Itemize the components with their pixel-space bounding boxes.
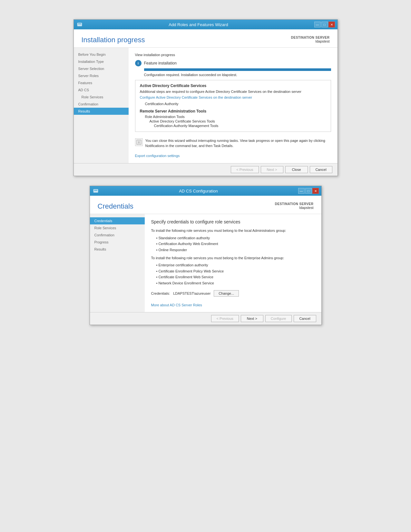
bullet-ca-web-enrollment: Certification Authority Web Enrollment bbox=[151, 241, 315, 247]
destination-server2-label: DESTINATION SERVER bbox=[275, 202, 314, 206]
window1-footer: < Previous Next > Close Cancel bbox=[74, 163, 338, 176]
destination-server-name: ldapstest bbox=[291, 39, 330, 43]
window1-header: Installation progress DESTINATION SERVER… bbox=[74, 29, 338, 47]
bullet-online-responder: Online Responder bbox=[151, 247, 315, 253]
local-admin-desc: To install the following role services y… bbox=[151, 228, 315, 233]
window1-title: Add Roles and Features Wizard bbox=[83, 22, 314, 27]
sidebar-item-server-selection: Server Selection bbox=[74, 65, 129, 72]
sidebar2-confirmation: Confirmation bbox=[90, 232, 145, 239]
adcs-config-window: AD CS Configuration — □ ✕ Credentials DE… bbox=[90, 186, 322, 325]
bullet-network-device: Network Device Enrollment Service bbox=[151, 281, 315, 286]
window2-header: Credentials DESTINATION SERVER ldapstest bbox=[90, 196, 321, 214]
config-success-text: Configuration required. Installation suc… bbox=[144, 73, 331, 77]
cancel-button[interactable]: Cancel bbox=[310, 166, 332, 173]
destination-server2-block: DESTINATION SERVER ldapstest bbox=[275, 202, 314, 210]
notification-icon: i bbox=[135, 138, 143, 146]
destination-server-label: DESTINATION SERVER bbox=[291, 36, 330, 39]
sidebar2-role-services: Role Services bbox=[90, 224, 145, 232]
ca-mgmt-tools-item: Certification Authority Management Tools bbox=[140, 124, 326, 128]
svg-rect-0 bbox=[77, 23, 82, 26]
previous2-button[interactable]: < Previous bbox=[211, 315, 239, 322]
configure-button[interactable]: Configure bbox=[265, 315, 292, 322]
page-title: Installation progress bbox=[82, 36, 145, 44]
wizard-icon bbox=[76, 21, 83, 28]
window2-sidebar: Credentials Role Services Confirmation P… bbox=[90, 214, 145, 312]
sidebar-item-adcs: AD CS bbox=[74, 86, 129, 94]
sidebar2-credentials[interactable]: Credentials bbox=[90, 217, 145, 224]
sidebar2-results: Results bbox=[90, 246, 145, 253]
section-subtitle: Specify credentials to configure role se… bbox=[151, 219, 315, 224]
results-box: Active Directory Certificate Services Ad… bbox=[135, 80, 331, 132]
sidebar-item-confirmation: Confirmation bbox=[74, 101, 129, 108]
window1-content: Before You Begin Installation Type Serve… bbox=[74, 47, 338, 163]
window2-titlebar: AD CS Configuration — □ ✕ bbox=[90, 186, 321, 196]
maximize2-button[interactable]: □ bbox=[305, 188, 312, 194]
titlebar-controls: — □ ✕ bbox=[314, 22, 335, 27]
next-button[interactable]: Next > bbox=[261, 166, 283, 173]
window1-main: View installation progress i Feature ins… bbox=[129, 48, 338, 163]
feature-installation-text: Feature installation bbox=[144, 61, 177, 65]
role-admin-tools-item: Role Administration Tools bbox=[140, 115, 326, 119]
sidebar-item-results[interactable]: Results bbox=[74, 108, 129, 115]
titlebar-left bbox=[76, 21, 83, 28]
bullet-cert-enrollment-web: Certificate Enrollment Web Service bbox=[151, 274, 315, 280]
svg-rect-5 bbox=[94, 190, 97, 191]
configure-adcs-link[interactable]: Configure Active Directory Certificate S… bbox=[140, 95, 326, 99]
bullet-enterprise-ca: Enterprise certification authority bbox=[151, 262, 315, 268]
window2-title: AD CS Configuration bbox=[99, 189, 298, 193]
wizard2-icon bbox=[93, 188, 99, 194]
progress-bar-container bbox=[144, 68, 331, 71]
add-roles-wizard-window: Add Roles and Features Wizard — □ ✕ Inst… bbox=[73, 19, 338, 176]
sidebar-item-server-roles: Server Roles bbox=[74, 72, 129, 79]
window2-content: Credentials Role Services Confirmation P… bbox=[90, 214, 321, 312]
titlebar2-controls: — □ ✕ bbox=[298, 188, 319, 194]
previous-button[interactable]: < Previous bbox=[231, 166, 259, 173]
close-button[interactable]: Close bbox=[285, 166, 308, 173]
enterprise-admin-desc: To install the following role services y… bbox=[151, 256, 315, 261]
credentials-row: Credentials: LDAPSTEST\azureuser Change.… bbox=[151, 290, 315, 297]
credentials-label: Credentials: bbox=[151, 291, 170, 295]
progress-bar-fill bbox=[144, 68, 331, 71]
next2-button[interactable]: Next > bbox=[241, 315, 263, 322]
svg-rect-4 bbox=[93, 189, 98, 192]
window2-main: Specify credentials to configure role se… bbox=[145, 214, 321, 312]
info-icon: i bbox=[135, 60, 142, 66]
feature-install-row: i Feature installation bbox=[135, 60, 331, 66]
sidebar-item-role-services: Role Services bbox=[74, 94, 129, 101]
titlebar2-left bbox=[93, 188, 99, 194]
results-section-title: Active Directory Certificate Services bbox=[140, 84, 326, 88]
notification-text: You can close this wizard without interr… bbox=[145, 138, 331, 148]
svg-text:i: i bbox=[138, 140, 139, 144]
destination-server-block: DESTINATION SERVER ldapstest bbox=[291, 36, 330, 43]
maximize-button[interactable]: □ bbox=[321, 22, 328, 27]
adcs-tools-item: Active Directory Certificate Services To… bbox=[140, 119, 326, 123]
remote-server-tools-title: Remote Server Administration Tools bbox=[140, 109, 326, 113]
window1-sidebar: Before You Begin Installation Type Serve… bbox=[74, 48, 129, 163]
sidebar-item-features: Features bbox=[74, 79, 129, 86]
window2-body: Credentials DESTINATION SERVER ldapstest… bbox=[90, 196, 321, 325]
change-credentials-button[interactable]: Change... bbox=[214, 290, 239, 297]
svg-rect-1 bbox=[78, 24, 81, 24]
credentials-value: LDAPSTEST\azureuser bbox=[173, 291, 210, 295]
more-about-adcs-link[interactable]: More about AD CS Server Roles bbox=[151, 303, 315, 307]
cancel2-button[interactable]: Cancel bbox=[294, 315, 316, 322]
window1-body: Installation progress DESTINATION SERVER… bbox=[74, 29, 338, 176]
close2-window-button[interactable]: ✕ bbox=[312, 188, 319, 194]
cert-authority-item: Certification Authority bbox=[140, 102, 326, 106]
credentials-title: Credentials bbox=[98, 202, 133, 211]
minimize-button[interactable]: — bbox=[314, 22, 321, 27]
bullet-cert-enrollment-policy: Certificate Enrollment Policy Web Servic… bbox=[151, 269, 315, 274]
destination-server2-name: ldapstest bbox=[275, 206, 314, 210]
sidebar2-progress: Progress bbox=[90, 239, 145, 246]
window1-titlebar: Add Roles and Features Wizard — □ ✕ bbox=[74, 20, 338, 29]
sidebar-item-installation-type: Installation Type bbox=[74, 58, 129, 65]
export-config-link[interactable]: Export configuration settings bbox=[135, 154, 180, 158]
close-window-button[interactable]: ✕ bbox=[328, 22, 335, 27]
window2-footer: < Previous Next > Configure Cancel bbox=[90, 312, 321, 325]
results-description: Additional steps are required to configu… bbox=[140, 89, 326, 94]
notification-bar: i You can close this wizard without inte… bbox=[135, 136, 331, 151]
minimize2-button[interactable]: — bbox=[298, 188, 305, 194]
bullet-standalone-ca: Standalone certification authority bbox=[151, 235, 315, 241]
sidebar-item-before-you-begin: Before You Begin bbox=[74, 51, 129, 58]
view-progress-label: View installation progress bbox=[135, 53, 331, 57]
